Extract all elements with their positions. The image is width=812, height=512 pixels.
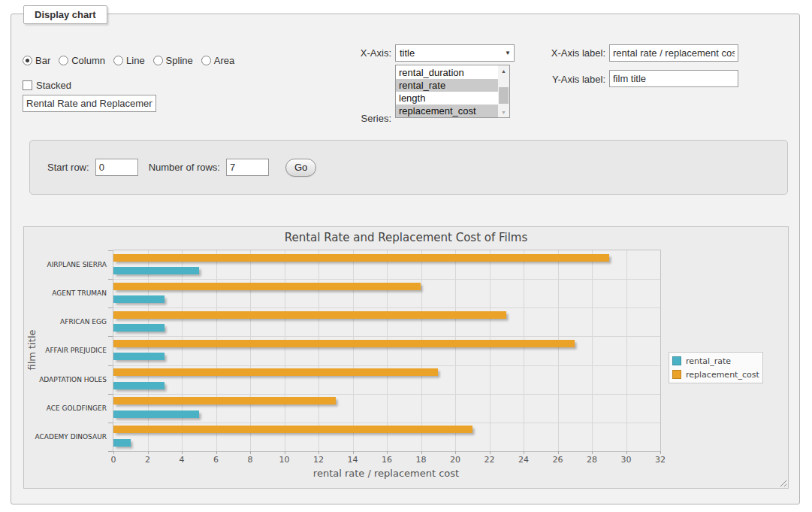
tick-mark (455, 451, 456, 454)
radio-label: Bar (35, 55, 50, 66)
stacked-checkbox[interactable] (23, 80, 32, 90)
chart-type-radio-area[interactable]: Area (201, 55, 234, 66)
number-of-rows-input[interactable] (226, 159, 269, 176)
gridline (592, 250, 593, 451)
x-tick-label: 6 (213, 455, 219, 465)
chart-type-radio-bar[interactable]: Bar (23, 55, 50, 66)
chart-type-radio-column[interactable]: Column (59, 55, 105, 66)
x-tick-label: 22 (484, 455, 495, 465)
x-axis-title: rental rate / replacement cost (113, 468, 660, 479)
go-button[interactable]: Go (285, 159, 316, 177)
radio-label: Column (71, 55, 105, 66)
tick-mark (148, 451, 149, 454)
radio-label: Spline (166, 55, 193, 66)
gridline (113, 279, 660, 280)
legend-label: replacement_cost (686, 370, 759, 380)
row-range-panel: Start row: Number of rows: Go (29, 140, 788, 195)
legend-item-replacement_cost: replacement_cost (672, 368, 759, 381)
chart-title: Rental Rate and Replacement Cost of Film… (24, 231, 788, 244)
start-row-input[interactable] (95, 159, 138, 176)
tick-mark (421, 451, 422, 454)
x-tick-label: 4 (180, 455, 185, 465)
series-listbox-scrollbar[interactable]: ▲ ▼ (498, 65, 509, 117)
series-option-rental_rate[interactable]: rental_rate (396, 79, 498, 92)
bar-replacement_cost (113, 311, 506, 319)
x-tick-label: 8 (248, 455, 253, 465)
gridline (524, 250, 524, 451)
chart-type-radio-line[interactable]: Line (113, 55, 145, 66)
gridline (318, 250, 319, 451)
x-axis-selected-value: title (400, 47, 505, 59)
radio-icon[interactable] (113, 56, 123, 65)
stacked-option[interactable]: Stacked (23, 80, 71, 91)
x-tick-label: 24 (518, 455, 529, 465)
chart-type-radio-spline[interactable]: Spline (153, 55, 193, 66)
x-tick-label: 18 (416, 455, 427, 465)
y-axis-label-field-label: Y-Axis label: (530, 74, 605, 86)
x-axis-ticks: 02468101214161820222426283032 (113, 455, 660, 465)
y-category-label: ACE GOLDFINGER (24, 394, 107, 423)
stacked-label: Stacked (36, 80, 71, 91)
legend-item-rental_rate: rental_rate (672, 354, 759, 368)
radio-icon[interactable] (59, 56, 68, 65)
legend-swatch (672, 370, 681, 379)
gridline (455, 250, 456, 451)
tick-mark (250, 451, 251, 454)
y-category-label: AIRPLANE SIERRA (24, 250, 107, 279)
x-tick-label: 16 (382, 455, 392, 465)
scrollbar-thumb[interactable] (499, 87, 509, 104)
y-category-label: AFRICAN EGG (24, 308, 107, 336)
radio-icon[interactable] (23, 56, 32, 65)
bar-rental_rate (113, 382, 165, 389)
gridline (250, 250, 251, 451)
y-axis-labels: AIRPLANE SIERRAAGENT TRUMANAFRICAN EGGAF… (24, 250, 107, 451)
resize-handle-icon[interactable] (778, 478, 786, 486)
radio-label: Line (126, 55, 145, 66)
gridline (387, 250, 388, 451)
y-category-label: ACADEMY DINOSAUR (24, 423, 107, 451)
bar-replacement_cost (113, 340, 575, 347)
x-tick-label: 28 (587, 455, 597, 465)
x-axis-select[interactable]: title ▼ (395, 44, 515, 62)
scroll-down-icon[interactable]: ▼ (498, 107, 509, 117)
series-option-length[interactable]: length (396, 92, 498, 105)
scroll-up-icon[interactable]: ▲ (498, 65, 509, 76)
bar-replacement_cost (113, 283, 421, 290)
gridline (182, 250, 183, 451)
tick-mark (660, 451, 661, 454)
chart-container: Rental Rate and Replacement Cost of Film… (23, 226, 789, 489)
tick-mark (285, 451, 285, 454)
tick-mark (626, 451, 627, 454)
chart-title-input[interactable] (23, 95, 156, 112)
series-option-rental_duration[interactable]: rental_duration (396, 66, 498, 79)
tick-mark (353, 451, 354, 454)
radio-icon[interactable] (153, 56, 163, 65)
y-axis-label-input[interactable] (609, 70, 738, 87)
display-chart-panel: Display chart BarColumnLineSplineArea St… (11, 14, 800, 504)
series-listbox-label: Series: (339, 113, 391, 125)
x-tick-label: 2 (145, 455, 150, 465)
legend-swatch (672, 356, 681, 365)
chevron-down-icon: ▼ (505, 50, 511, 56)
tick-mark (558, 451, 559, 454)
tick-mark (387, 451, 388, 454)
gridline (216, 250, 217, 451)
series-listbox[interactable]: rental_durationrental_ratelengthreplacem… (395, 65, 510, 118)
bar-rental_rate (113, 439, 131, 447)
gridline (113, 336, 660, 337)
radio-label: Area (214, 55, 234, 66)
chart-type-radio-group: BarColumnLineSplineArea (23, 55, 234, 66)
gridline (285, 250, 285, 451)
x-tick-label: 10 (279, 455, 290, 465)
bar-rental_rate (113, 324, 165, 332)
x-axis-label-input[interactable] (609, 44, 738, 62)
radio-icon[interactable] (201, 56, 211, 65)
bar-rental_rate (113, 295, 165, 303)
y-category-label: ADAPTATION HOLES (24, 365, 107, 394)
x-tick-label: 0 (111, 455, 116, 465)
y-category-label: AGENT TRUMAN (24, 279, 107, 308)
chart-legend: rental_ratereplacement_cost (669, 352, 763, 383)
series-option-replacement_cost[interactable]: replacement_cost (396, 105, 498, 117)
bar-replacement_cost (113, 368, 438, 376)
bar-rental_rate (113, 411, 199, 418)
